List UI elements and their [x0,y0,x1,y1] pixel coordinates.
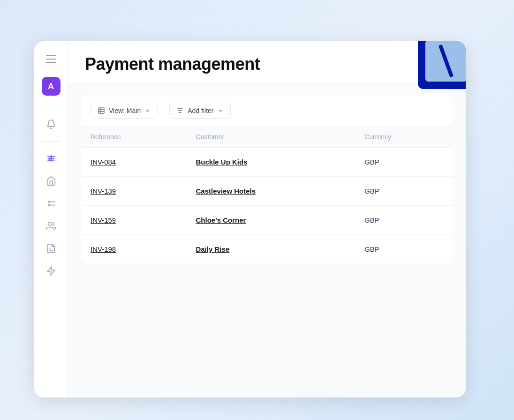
customer-link[interactable]: Chloe's Corner [196,216,246,224]
svg-point-10 [48,222,51,225]
payment-table: Reference Customer Currency INV-084Buckl… [81,127,453,263]
customer-link[interactable]: Daily Rise [196,245,230,253]
cell-customer: Daily Rise [187,235,355,264]
filter-chevron-icon [217,107,224,114]
cell-reference: INV-159 [81,206,187,235]
sidebar-item-notifications[interactable] [42,115,60,134]
page-title: Payment management [85,54,449,74]
view-selector-button[interactable]: View: Main [91,103,158,119]
add-filter-label: Add filter [188,107,213,114]
reference-link[interactable]: INV-159 [91,216,116,224]
sidebar-item-lightning[interactable] [42,262,60,280]
lightning-icon [46,266,56,276]
sidebar-item-tasks[interactable] [42,194,60,213]
users-icon [46,221,56,231]
db-logo [418,41,466,89]
cell-currency: GBP [355,206,453,235]
db-logo-inner [425,41,466,82]
invoice-icon [46,243,56,254]
reference-link[interactable]: INV-139 [91,187,116,195]
add-filter-icon [176,107,184,114]
cell-customer: Castleview Hotels [187,177,355,206]
sidebar: A [34,41,68,398]
table-header-row: Reference Customer Currency [81,127,453,148]
menu-toggle-button[interactable] [43,51,60,68]
sidebar-divider-1 [42,107,60,107]
view-selector-label: View: Main [109,107,141,114]
add-filter-button[interactable]: Add filter [169,103,231,119]
customer-link[interactable]: Castleview Hotels [196,187,256,195]
svg-rect-14 [98,108,104,113]
column-header-customer: Customer [187,127,355,148]
cell-reference: INV-139 [81,177,187,206]
reference-link[interactable]: INV-198 [91,245,116,253]
app-window: A [34,41,466,398]
sidebar-divider-2 [42,141,60,142]
svg-point-8 [48,204,50,206]
cell-customer: Buckle Up Kids [187,148,355,177]
sidebar-item-users[interactable] [42,217,60,235]
bell-icon [46,119,56,129]
home-icon [46,176,56,186]
menu-line-2 [46,59,56,60]
cell-customer: Chloe's Corner [187,206,355,235]
sidebar-item-filter[interactable] [42,149,60,168]
customer-link[interactable]: Buckle Up Kids [196,158,248,166]
payment-table-container: Reference Customer Currency INV-084Buckl… [81,127,453,263]
currency-value: GBP [364,216,379,224]
page-header: Payment management [68,41,466,84]
user-avatar[interactable]: A [42,77,60,96]
filter-active-icon [46,153,56,164]
cell-currency: GBP [355,235,453,264]
sidebar-item-home[interactable] [42,172,60,190]
table-row: INV-084Buckle Up KidsGBP [81,148,453,177]
svg-point-6 [48,201,50,203]
toolbar: View: Main Add filter [81,95,453,127]
table-row: INV-198Daily RiseGBP [81,235,453,264]
cell-reference: INV-084 [81,148,187,177]
currency-value: GBP [364,158,379,166]
menu-line-1 [46,55,56,56]
currency-value: GBP [364,187,379,195]
table-row: INV-139Castleview HotelsGBP [81,177,453,206]
svg-marker-13 [47,267,55,275]
tasks-icon [46,198,56,209]
view-chevron-icon [144,107,151,114]
content-area: View: Main Add filter [68,84,466,398]
cell-reference: INV-198 [81,235,187,264]
column-header-currency: Currency [355,127,453,148]
column-header-reference: Reference [81,127,187,148]
main-content: Payment management View: Main [68,41,466,398]
menu-line-3 [46,62,56,63]
sidebar-item-invoices[interactable] [42,239,60,258]
db-slash-icon [438,45,454,77]
avatar-label: A [48,82,54,91]
table-view-icon [98,107,105,114]
reference-link[interactable]: INV-084 [91,158,116,166]
cell-currency: GBP [355,148,453,177]
currency-value: GBP [364,245,379,253]
cell-currency: GBP [355,177,453,206]
table-row: INV-159Chloe's CornerGBP [81,206,453,235]
